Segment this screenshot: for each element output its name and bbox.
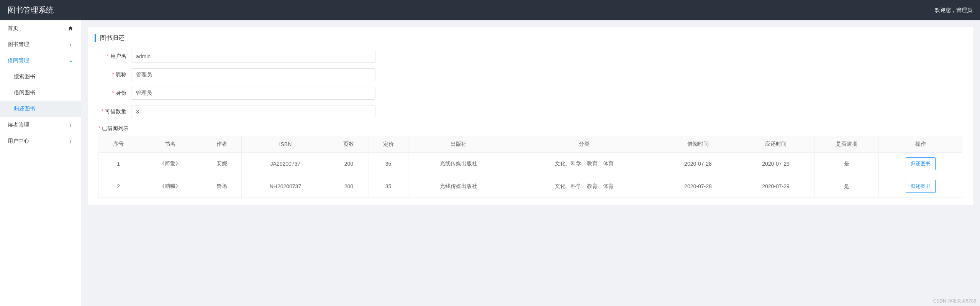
cell-action: 归还图书 [879, 153, 962, 175]
sidebar-item-label: 搜索图书 [14, 73, 35, 79]
home-icon [68, 26, 73, 31]
th-price: 定价 [369, 136, 408, 153]
return-button[interactable]: 归还图书 [906, 157, 936, 170]
sidebar-item-book-mgmt[interactable]: 图书管理 [0, 36, 81, 53]
cell-overdue: 是 [814, 175, 878, 198]
sidebar-subitem-borrow-book[interactable]: 借阅图书 [0, 85, 81, 101]
sidebar-subitem-return-book[interactable]: 归还图书 [0, 101, 81, 117]
th-isbn: ISBN [242, 136, 329, 153]
username-input[interactable] [131, 50, 375, 63]
th-author: 作者 [202, 136, 242, 153]
nickname-label: 昵称 [98, 71, 131, 78]
role-label: 身份 [98, 90, 131, 97]
table-row: 1 《简爱》 安妮 JA20200737 200 35 光线传媒出版社 文化、科… [99, 153, 962, 175]
cell-due-time: 2020-07-29 [737, 153, 814, 175]
nickname-input[interactable] [131, 68, 375, 81]
quota-label: 可借数量 [98, 108, 131, 115]
cell-author: 安妮 [202, 153, 242, 175]
cell-overdue: 是 [814, 153, 878, 175]
table-row: 2 《呐喊》 鲁迅 NH20200737 200 35 光线传媒出版社 文化、科… [99, 175, 962, 198]
th-pages: 页数 [329, 136, 369, 153]
app-title: 图书管理系统 [8, 5, 54, 15]
username-label: 用户名 [98, 53, 131, 60]
cell-borrow-time: 2020-07-28 [659, 153, 737, 175]
panel-title: 图书归还 [95, 34, 966, 42]
table-header-row: 序号 书名 作者 ISBN 页数 定价 出版社 分类 借阅时间 应还时间 是否逾… [99, 136, 962, 153]
sidebar-item-label: 用户中心 [8, 138, 29, 145]
cell-due-time: 2020-07-29 [737, 175, 814, 198]
cell-category: 文化、科学、教育、体育 [509, 153, 659, 175]
header: 图书管理系统 欢迎您，管理员 [0, 0, 980, 20]
cell-isbn: JA20200737 [242, 153, 329, 175]
cell-price: 35 [369, 153, 408, 175]
sidebar-item-home[interactable]: 首页 [0, 20, 81, 36]
form-row-role: 身份 [98, 87, 962, 100]
form: 用户名 昵称 身份 可借数量 已借阅列表 [95, 50, 966, 136]
cell-pages: 200 [329, 153, 369, 175]
sidebar-item-label: 图书管理 [8, 41, 29, 48]
cell-name: 《简爱》 [138, 153, 202, 175]
chevron-right-icon [68, 122, 73, 128]
cell-category: 文化、科学、教育、体育 [509, 175, 659, 198]
th-category: 分类 [509, 136, 659, 153]
th-seq: 序号 [99, 136, 138, 153]
cell-isbn: NH20200737 [242, 175, 329, 198]
sidebar-item-user-center[interactable]: 用户中心 [0, 133, 81, 149]
th-borrow-time: 借阅时间 [659, 136, 737, 153]
cell-action: 归还图书 [879, 175, 962, 198]
cell-borrow-time: 2020-07-28 [659, 175, 737, 198]
form-row-list: 已借阅列表 [98, 123, 962, 136]
th-publisher: 出版社 [408, 136, 509, 153]
th-action: 操作 [879, 136, 962, 153]
cell-seq: 1 [99, 153, 138, 175]
sidebar-item-label: 归还图书 [14, 105, 35, 112]
chevron-right-icon [68, 42, 73, 47]
cell-publisher: 光线传媒出版社 [408, 153, 509, 175]
form-row-username: 用户名 [98, 50, 962, 63]
cell-price: 35 [369, 175, 408, 198]
form-row-quota: 可借数量 [98, 105, 962, 118]
borrowed-table-wrap: 序号 书名 作者 ISBN 页数 定价 出版社 分类 借阅时间 应还时间 是否逾… [95, 136, 966, 198]
borrowed-table: 序号 书名 作者 ISBN 页数 定价 出版社 分类 借阅时间 应还时间 是否逾… [98, 136, 962, 198]
sidebar-subitem-search-book[interactable]: 搜索图书 [0, 69, 81, 85]
return-button[interactable]: 归还图书 [906, 180, 936, 193]
welcome-text: 欢迎您，管理员 [935, 7, 972, 14]
sidebar-item-label: 读者管理 [8, 122, 29, 128]
cell-publisher: 光线传媒出版社 [408, 175, 509, 198]
sidebar-item-label: 首页 [8, 25, 18, 32]
sidebar-item-label: 借阅图书 [14, 89, 35, 95]
main-content: 图书归还 用户名 昵称 身份 可借数量 [81, 20, 980, 306]
th-name: 书名 [138, 136, 202, 153]
chevron-down-icon [68, 58, 73, 63]
sidebar-item-label: 借阅管理 [8, 57, 29, 64]
chevron-right-icon [68, 138, 73, 144]
cell-pages: 200 [329, 175, 369, 198]
th-overdue: 是否逾期 [814, 136, 878, 153]
sidebar: 首页 图书管理 借阅管理 搜索图书 借阅图书 归还图书 读者管理 用户中心 [0, 20, 81, 306]
sidebar-item-borrow-mgmt[interactable]: 借阅管理 [0, 53, 81, 69]
list-label: 已借阅列表 [98, 125, 133, 131]
quota-input[interactable] [131, 105, 375, 118]
cell-seq: 2 [99, 175, 138, 198]
form-row-nickname: 昵称 [98, 68, 962, 81]
watermark: CSDN @夜未央5788 [933, 298, 976, 304]
role-input[interactable] [131, 87, 375, 100]
th-due-time: 应还时间 [737, 136, 814, 153]
cell-name: 《呐喊》 [138, 175, 202, 198]
cell-author: 鲁迅 [202, 175, 242, 198]
sidebar-item-reader-mgmt[interactable]: 读者管理 [0, 117, 81, 133]
panel: 图书归还 用户名 昵称 身份 可借数量 [88, 27, 973, 205]
